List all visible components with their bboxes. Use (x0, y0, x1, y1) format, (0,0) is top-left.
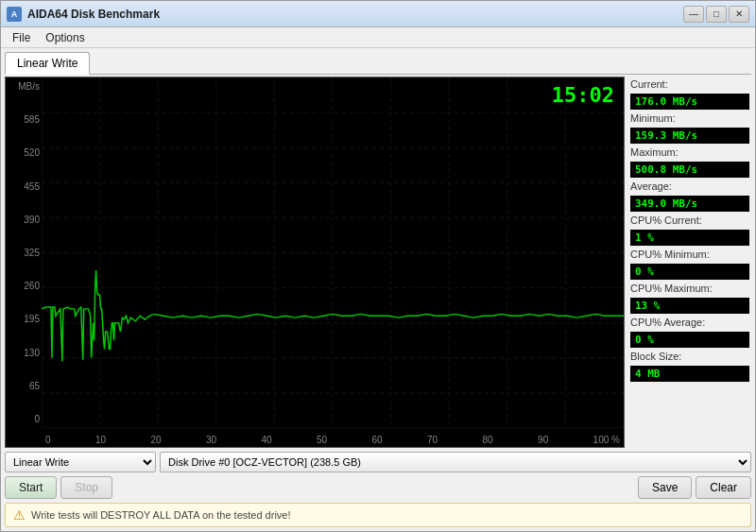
chart-area: 15:02 MB/s 585 520 455 390 325 260 195 1… (5, 77, 625, 448)
menu-bar: File Options (1, 27, 755, 48)
chart-timer: 15:02 (552, 83, 614, 107)
start-button[interactable]: Start (5, 476, 57, 499)
y-label-325: 325 (8, 248, 40, 258)
cpu-average-label: CPU% Average: (630, 317, 749, 328)
y-label-585: 585 (8, 114, 40, 125)
cpu-minimum-label: CPU% Minimum: (630, 249, 749, 260)
y-label-0: 0 (8, 414, 40, 424)
y-label-455: 455 (8, 181, 40, 192)
controls-row1: Linear Write Linear Read Random Write Ra… (5, 452, 751, 472)
cpu-maximum-value: 13 % (630, 298, 749, 314)
controls-row2: Start Stop Save Clear (5, 476, 751, 499)
tab-linear-write[interactable]: Linear Write (5, 52, 90, 75)
minimize-button[interactable]: — (683, 6, 704, 23)
y-label-390: 390 (8, 215, 40, 225)
x-label-30: 30 (206, 435, 216, 445)
x-label-0: 0 (45, 435, 51, 445)
cpu-minimum-value: 0 % (630, 264, 749, 280)
warning-text: Write tests will DESTROY ALL DATA on the… (31, 509, 291, 521)
cpu-average-value: 0 % (630, 332, 749, 348)
y-label-mbps: MB/s (8, 81, 40, 92)
chart-plot (42, 77, 624, 428)
current-label: Current: (630, 78, 749, 90)
menu-options[interactable]: Options (38, 29, 92, 46)
y-axis: MB/s 585 520 455 390 325 260 195 130 65 … (6, 77, 42, 428)
main-area: 15:02 MB/s 585 520 455 390 325 260 195 1… (5, 77, 751, 448)
x-label-60: 60 (372, 435, 383, 445)
cpu-current-label: CPU% Current: (630, 215, 749, 226)
app-icon: A (7, 7, 22, 22)
content-area: Linear Write 15:02 MB/s 585 520 455 390 … (1, 48, 755, 531)
y-label-65: 65 (8, 381, 40, 391)
x-label-40: 40 (262, 435, 272, 445)
average-value: 349.0 MB/s (630, 196, 749, 212)
clear-button[interactable]: Clear (696, 476, 751, 499)
main-window: A AIDA64 Disk Benchmark — □ ✕ File Optio… (0, 0, 756, 532)
menu-file[interactable]: File (5, 29, 38, 46)
average-label: Average: (630, 180, 749, 192)
window-title: AIDA64 Disk Benchmark (27, 8, 683, 21)
minimum-label: Minimum: (630, 112, 749, 124)
x-label-80: 80 (483, 435, 493, 445)
chart-svg (42, 77, 624, 428)
y-label-130: 130 (8, 348, 40, 358)
block-size-value: 4 MB (630, 366, 749, 382)
x-label-100: 100 % (593, 435, 620, 445)
x-axis: 0 10 20 30 40 50 60 70 80 90 100 % (42, 435, 624, 445)
warning-bar: ⚠ Write tests will DESTROY ALL DATA on t… (5, 503, 751, 527)
titlebar-buttons: — □ ✕ (683, 6, 749, 23)
cpu-current-value: 1 % (630, 230, 749, 246)
x-label-70: 70 (427, 435, 438, 445)
bottom-controls: Linear Write Linear Read Random Write Ra… (5, 452, 751, 527)
x-label-90: 90 (538, 435, 548, 445)
drive-select[interactable]: Disk Drive #0 [OCZ-VECTOR] (238.5 GB) (160, 452, 751, 472)
maximum-label: Maximum: (630, 146, 749, 158)
current-value: 176.0 MB/s (630, 94, 749, 110)
maximum-value: 500.8 MB/s (630, 162, 749, 178)
block-size-label: Block Size: (630, 351, 749, 362)
y-label-195: 195 (8, 314, 40, 324)
save-button[interactable]: Save (638, 476, 692, 499)
test-type-select[interactable]: Linear Write Linear Read Random Write Ra… (5, 452, 156, 472)
x-label-50: 50 (317, 435, 327, 445)
stats-sidebar: Current: 176.0 MB/s Minimum: 159.3 MB/s … (628, 77, 751, 448)
tab-bar: Linear Write (5, 52, 751, 75)
maximize-button[interactable]: □ (706, 6, 727, 23)
x-label-20: 20 (150, 435, 161, 445)
warning-icon: ⚠ (13, 507, 26, 523)
y-label-520: 520 (8, 147, 40, 158)
cpu-maximum-label: CPU% Maximum: (630, 283, 749, 294)
minimum-value: 159.3 MB/s (630, 128, 749, 144)
y-label-260: 260 (8, 281, 40, 291)
close-button[interactable]: ✕ (729, 6, 749, 23)
x-label-10: 10 (95, 435, 106, 445)
stop-button[interactable]: Stop (60, 476, 112, 499)
title-bar: A AIDA64 Disk Benchmark — □ ✕ (1, 1, 755, 27)
